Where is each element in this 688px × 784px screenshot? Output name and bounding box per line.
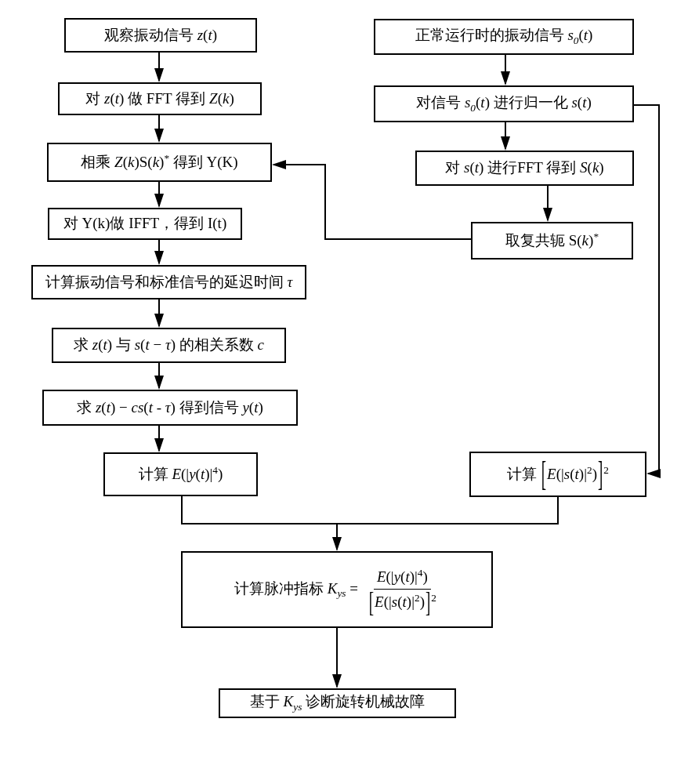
box-observe-signal: 观察振动信号 z(t) xyxy=(64,18,257,53)
text: 计算脉冲指标 Kys = E(|y(t)|4) [E(|s(t)|2)]2 xyxy=(234,566,440,613)
box-fft-z: 对 z(t) 做 FFT 得到 Z(k) xyxy=(58,82,262,115)
box-correlation: 求 z(t) 与 s(t − τ) 的相关系数 c xyxy=(52,328,286,363)
box-subtract: 求 z(t) − cs(t - τ) 得到信号 y(t) xyxy=(42,390,298,426)
text: 观察振动信号 z(t) xyxy=(104,26,217,45)
box-compute-delay: 计算振动信号和标准信号的延迟时间 τ xyxy=(31,265,306,299)
text: 对 Y(k)做 IFFT，得到 I(t) xyxy=(63,214,226,234)
text: 基于 Kys 诊断旋转机械故障 xyxy=(250,692,425,713)
text: 相乘 Z(k)S(k)* 得到 Y(K) xyxy=(81,151,237,172)
text: 计算 E(|y(t)|4) xyxy=(139,463,223,485)
box-fft-s: 对 s(t) 进行FFT 得到 S(k) xyxy=(415,151,634,186)
text: 计算振动信号和标准信号的延迟时间 τ xyxy=(45,273,293,292)
text: 取复共轭 S(k)* xyxy=(505,230,599,251)
text: 求 z(t) − cs(t - τ) 得到信号 y(t) xyxy=(77,398,263,418)
box-e-s2sq: 计算 [E(|s(t)|2)]2 xyxy=(469,452,646,497)
text: 对 s(t) 进行FFT 得到 S(k) xyxy=(445,158,603,178)
box-ifft-y: 对 Y(k)做 IFFT，得到 I(t) xyxy=(48,208,242,240)
text: 求 z(t) 与 s(t − τ) 的相关系数 c xyxy=(74,336,264,355)
text: 对信号 s0(t) 进行归一化 s(t) xyxy=(416,93,592,114)
text: 对 z(t) 做 FFT 得到 Z(k) xyxy=(85,89,234,109)
box-normalize: 对信号 s0(t) 进行归一化 s(t) xyxy=(374,85,634,122)
box-multiply-zk-sk: 相乘 Z(k)S(k)* 得到 Y(K) xyxy=(47,143,272,182)
box-conjugate: 取复共轭 S(k)* xyxy=(471,222,633,260)
text: 计算 [E(|s(t)|2)]2 xyxy=(507,463,609,485)
text: 正常运行时的振动信号 s0(t) xyxy=(415,26,593,47)
box-diagnose: 基于 Kys 诊断旋转机械故障 xyxy=(219,688,456,718)
box-e-y4: 计算 E(|y(t)|4) xyxy=(103,452,258,496)
box-compute-kys: 计算脉冲指标 Kys = E(|y(t)|4) [E(|s(t)|2)]2 xyxy=(181,551,493,628)
box-normal-signal: 正常运行时的振动信号 s0(t) xyxy=(374,19,634,55)
